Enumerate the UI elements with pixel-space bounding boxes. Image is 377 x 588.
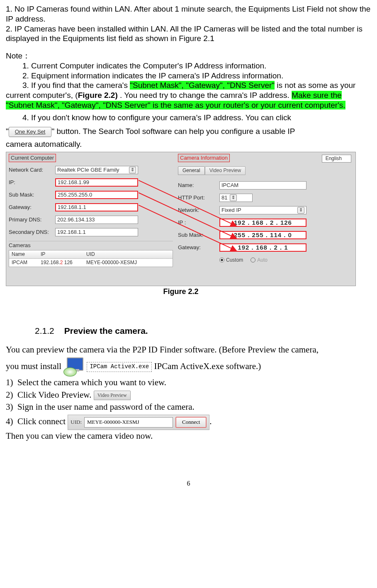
step-4: 4) Click connect UID: MEYE-000000-XESMJ …: [6, 415, 371, 430]
note-4-post-a: " button. The Search Tool software can h…: [51, 127, 295, 136]
network-card-label: Network Card:: [9, 167, 55, 173]
current-ip-field[interactable]: 192.168.1.99: [55, 178, 138, 187]
note-3-figref: Figure 2.2): [78, 91, 118, 100]
table-row[interactable]: IPCAM 192.168.2 126 MEYE-000000-XESMJ: [9, 259, 173, 267]
network-select[interactable]: Fixed IP: [219, 206, 306, 214]
step-1: 1) Select the camera which you want to v…: [6, 377, 371, 389]
current-gateway-field[interactable]: 192.168.1.1: [55, 203, 138, 211]
ip-label: IP:: [9, 179, 55, 186]
figure-2-2-caption: Figure 2.2: [6, 287, 356, 296]
step-3: 3) Sign in the user name and password of…: [6, 401, 371, 413]
section-title: Preview the camera.: [64, 326, 148, 335]
radio-auto[interactable]: Auto: [251, 257, 268, 263]
section-number: 2.1.2: [35, 326, 54, 335]
secondary-dns-label: Secondary DNS:: [9, 229, 55, 236]
note-3: 3. If you find that the camera's "Subnet…: [6, 80, 371, 110]
secondary-dns-field[interactable]: 192.168.1.1: [55, 228, 138, 236]
primary-dns-field[interactable]: 202.96.134.133: [55, 216, 138, 224]
network-label: Network:: [178, 207, 219, 214]
connect-panel: UID: MEYE-000000-XESMJ Connect: [68, 415, 209, 430]
note-3-highlight-1: "Subnet Mask", "Gateway", "DNS Server": [130, 81, 275, 90]
cam-ip-field[interactable]: 192 . 168 . 2 . 126: [219, 219, 306, 227]
current-submask-field[interactable]: 255.255.255.0: [55, 191, 138, 199]
current-computer-title: Current Computer: [9, 154, 56, 162]
note-4-line1: 4. If you don't know how to configure yo…: [6, 113, 371, 123]
cam-name-label: Name:: [178, 182, 219, 189]
connect-button[interactable]: Connect: [175, 417, 207, 428]
activex-installer[interactable]: IPCam ActiveX.exe: [63, 357, 152, 377]
note-1: 1. Current Computer indicates the Comput…: [6, 61, 371, 71]
activex-filename: IPCam ActiveX.exe: [87, 362, 152, 372]
network-card-select[interactable]: Realtek PCIe GBE Family: [55, 166, 138, 174]
intro-p1: 1. No IP Cameras found within LAN. After…: [6, 4, 371, 24]
row-uid: MEYE-000000-XESMJ: [84, 259, 173, 267]
uid-label: UID:: [71, 418, 82, 426]
preview-last: Then you can view the camera video now.: [6, 430, 371, 442]
preview-p1b: you must install IPCam ActiveX.exe IPCam…: [6, 357, 371, 377]
cam-gateway-label: Gateway:: [178, 244, 219, 251]
section-2-1-2-heading: 2.1.2Preview the camera.: [35, 326, 371, 336]
cam-ip-label: IP :: [178, 219, 219, 226]
note-4-line3: camera automatically.: [6, 139, 371, 149]
col-name: Name: [9, 250, 38, 258]
note-4-line2: "One Key Set" button. The Search Tool so…: [6, 126, 371, 137]
cam-submask-field[interactable]: 255 . 255 . 114 . 0: [219, 231, 306, 239]
uid-field[interactable]: MEYE-000000-XESMJ: [84, 417, 173, 427]
video-preview-tab-button[interactable]: Video Preview: [94, 391, 131, 400]
cam-gateway-field[interactable]: 192 . 168 . 2 . 1: [219, 243, 306, 252]
gateway-label: Gateway:: [9, 204, 55, 211]
row-ip: 192.168.2 126: [38, 259, 84, 267]
submask-label: Sub Mask:: [9, 192, 55, 198]
note-2: 2. Equipment information indicates the I…: [6, 71, 371, 81]
col-uid: UID: [84, 250, 173, 258]
camera-info-title: Camera Information: [178, 154, 230, 162]
preview-p1a: You can preview the camera via the P2P I…: [6, 344, 371, 356]
col-ip: IP: [38, 250, 84, 258]
cameras-section-label: Cameras: [9, 241, 173, 250]
page-number: 6: [6, 479, 371, 488]
primary-dns-label: Primary DNS:: [9, 216, 55, 223]
preview-p1c: IPCam ActiveX.exe software.): [154, 361, 261, 371]
note-3-post: . You need try to change the camra's IP …: [118, 91, 292, 100]
one-key-set-button[interactable]: One Key Set: [9, 127, 52, 137]
http-port-field[interactable]: 81: [219, 194, 253, 202]
cameras-table: Name IP UID IPCAM 192.168.2 126 MEYE-000…: [9, 250, 173, 267]
note-3-pre: 3. If you find that the camera's: [6, 81, 130, 90]
http-port-label: HTTP Port:: [178, 194, 219, 201]
tab-general[interactable]: General: [178, 166, 205, 175]
figure-2-2: English Current Computer Network Card:Re…: [6, 152, 356, 296]
activex-icon: [63, 357, 84, 377]
row-name: IPCAM: [9, 259, 38, 267]
cam-submask-label: Sub Mask:: [178, 232, 219, 238]
step-2: 2) Click Video Preview. Video Preview: [6, 389, 371, 401]
intro-p2: 2. IP Cameras have been installed within…: [6, 24, 371, 44]
cam-name-field[interactable]: IPCAM: [219, 181, 306, 190]
radio-custom[interactable]: Custom: [219, 257, 243, 263]
note-label: Note：: [6, 51, 371, 61]
tab-video-preview[interactable]: Video Preview: [205, 166, 246, 175]
